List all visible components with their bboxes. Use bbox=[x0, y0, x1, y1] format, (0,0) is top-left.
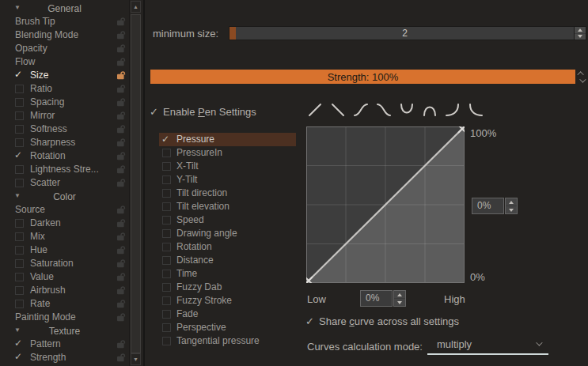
sidebar-item-airbrush[interactable]: Airbrush bbox=[0, 284, 129, 297]
option-checkbox[interactable] bbox=[15, 138, 24, 147]
pen-option-drawing-angle[interactable]: Drawing angle bbox=[159, 227, 296, 240]
option-checkbox[interactable] bbox=[15, 273, 24, 281]
sidebar-header-texture[interactable]: ▼Texture bbox=[0, 324, 129, 338]
lock-icon[interactable] bbox=[116, 258, 126, 270]
option-checkbox[interactable] bbox=[162, 229, 171, 238]
option-checkbox[interactable] bbox=[162, 243, 171, 251]
scrollbar-thumb[interactable] bbox=[131, 14, 141, 353]
option-checkbox[interactable] bbox=[162, 189, 171, 198]
y-value[interactable]: 0% bbox=[472, 198, 504, 214]
sidebar-item-softness[interactable]: Softness bbox=[0, 123, 129, 136]
curve-grid[interactable] bbox=[306, 126, 465, 283]
sidebar-item-saturation[interactable]: Saturation bbox=[0, 257, 129, 270]
pen-option-fuzzy-stroke[interactable]: Fuzzy Stroke bbox=[159, 294, 296, 308]
lock-icon[interactable] bbox=[116, 17, 126, 28]
lock-icon[interactable] bbox=[116, 205, 126, 217]
sidebar-item-spacing[interactable]: Spacing bbox=[0, 96, 129, 109]
option-checkbox[interactable] bbox=[15, 111, 24, 120]
curve-x-value-spinbox[interactable]: 0% bbox=[360, 290, 406, 307]
curve-preset-s-curve-down-button[interactable] bbox=[374, 100, 393, 119]
spin-down-button[interactable] bbox=[575, 33, 586, 40]
lock-icon[interactable] bbox=[116, 178, 126, 190]
spin-up-button[interactable] bbox=[394, 291, 405, 298]
option-checkbox[interactable] bbox=[162, 296, 171, 305]
lock-icon[interactable] bbox=[116, 70, 126, 82]
option-checkbox[interactable] bbox=[15, 232, 24, 241]
scroll-down-button[interactable]: ▼ bbox=[131, 353, 141, 365]
enable-pen-settings-checkbox[interactable]: ✓ Enable Pen Settings bbox=[150, 105, 256, 118]
calc-mode-dropdown[interactable]: multiply bbox=[427, 335, 548, 355]
option-checkbox[interactable] bbox=[15, 98, 24, 107]
curve-preset-s-curve-button[interactable] bbox=[351, 100, 370, 119]
pen-option-tilt-elevation[interactable]: Tilt elevation bbox=[159, 200, 296, 213]
lock-icon[interactable] bbox=[116, 57, 126, 69]
option-checkbox[interactable] bbox=[15, 286, 24, 295]
lock-icon[interactable] bbox=[116, 97, 126, 109]
pen-option-fade[interactable]: Fade bbox=[159, 308, 296, 321]
pen-option-rotation[interactable]: Rotation bbox=[159, 240, 296, 254]
sidebar-item-blending-mode[interactable]: Blending Mode bbox=[0, 28, 129, 42]
pen-option-pressure[interactable]: ✓Pressure bbox=[159, 133, 296, 146]
sidebar-item-rate[interactable]: Rate bbox=[0, 297, 129, 311]
checkmark-icon[interactable]: ✓ bbox=[14, 149, 25, 161]
option-checkbox[interactable] bbox=[162, 310, 171, 319]
option-checkbox[interactable] bbox=[162, 202, 171, 211]
lock-icon[interactable] bbox=[116, 151, 126, 163]
option-checkbox[interactable] bbox=[15, 125, 24, 134]
lock-icon[interactable] bbox=[116, 30, 126, 42]
sidebar-item-rotation[interactable]: ✓Rotation bbox=[0, 149, 129, 163]
option-checkbox[interactable] bbox=[15, 219, 24, 228]
sidebar-item-brush-tip[interactable]: Brush Tip bbox=[0, 15, 129, 28]
option-checkbox[interactable] bbox=[162, 149, 171, 157]
curve-preset-reverse-j-curve-button[interactable] bbox=[466, 100, 485, 119]
lock-icon[interactable] bbox=[116, 218, 126, 230]
sidebar-item-source[interactable]: Source bbox=[0, 203, 129, 217]
option-checkbox[interactable] bbox=[162, 216, 171, 225]
sidebar-scrollbar[interactable]: ▲ ▼ bbox=[129, 0, 141, 366]
checkmark-icon[interactable]: ✓ bbox=[161, 133, 169, 145]
curve-preset-j-curve-button[interactable] bbox=[443, 100, 462, 119]
lock-icon[interactable] bbox=[116, 111, 126, 123]
spin-up-button[interactable] bbox=[506, 198, 517, 206]
scroll-up-button[interactable]: ▲ bbox=[131, 1, 141, 13]
curve-preset-u-shape-button[interactable] bbox=[397, 100, 416, 119]
sidebar-item-size[interactable]: ✓Size bbox=[0, 69, 129, 82]
lock-icon[interactable] bbox=[116, 285, 126, 297]
option-checkbox[interactable] bbox=[162, 256, 171, 265]
sidebar-item-scatter[interactable]: Scatter bbox=[0, 176, 129, 190]
sidebar-item-ratio[interactable]: Ratio bbox=[0, 82, 129, 96]
pen-option-distance[interactable]: Distance bbox=[159, 254, 296, 267]
curve-preset-arch-button[interactable] bbox=[420, 100, 439, 119]
option-checkbox[interactable] bbox=[162, 283, 171, 292]
option-checkbox[interactable] bbox=[15, 300, 24, 308]
option-checkbox[interactable] bbox=[15, 259, 24, 268]
sidebar-header-color[interactable]: ▼Color bbox=[0, 190, 129, 203]
lock-icon[interactable] bbox=[116, 164, 126, 176]
lock-icon[interactable] bbox=[116, 84, 126, 96]
lock-icon[interactable] bbox=[116, 232, 126, 243]
pen-option-y-tilt[interactable]: Y-Tilt bbox=[159, 173, 296, 187]
share-curve-checkbox[interactable]: ✓ Share curve across all settings bbox=[305, 315, 459, 327]
option-checkbox[interactable] bbox=[15, 179, 24, 187]
pen-option-perspective[interactable]: Perspective bbox=[159, 321, 296, 334]
sidebar-item-mix[interactable]: Mix bbox=[0, 230, 129, 243]
pen-option-speed[interactable]: Speed bbox=[159, 213, 296, 227]
checkmark-icon[interactable]: ✓ bbox=[14, 351, 25, 363]
curve-editor[interactable] bbox=[306, 126, 465, 283]
option-checkbox[interactable] bbox=[162, 270, 171, 278]
spin-down-button[interactable] bbox=[394, 298, 405, 306]
lock-icon[interactable] bbox=[116, 299, 126, 311]
option-checkbox[interactable] bbox=[15, 246, 24, 255]
pen-option-pressurein[interactable]: PressureIn bbox=[159, 146, 296, 160]
option-checkbox[interactable] bbox=[162, 162, 171, 171]
minimum-size-value[interactable]: 2 bbox=[236, 27, 574, 40]
sidebar-item-strength[interactable]: ✓Strength bbox=[0, 351, 129, 364]
pen-option-fuzzy-dab[interactable]: Fuzzy Dab bbox=[159, 281, 296, 294]
checkmark-icon[interactable]: ✓ bbox=[14, 69, 25, 81]
option-checkbox[interactable] bbox=[162, 337, 171, 345]
sidebar-item-painting-mode[interactable]: Painting Mode bbox=[0, 311, 129, 324]
strength-slider[interactable]: Strength: 100% bbox=[150, 70, 575, 84]
x-value[interactable]: 0% bbox=[360, 290, 393, 307]
option-checkbox[interactable] bbox=[162, 323, 171, 332]
sidebar-item-value[interactable]: Value bbox=[0, 270, 129, 284]
